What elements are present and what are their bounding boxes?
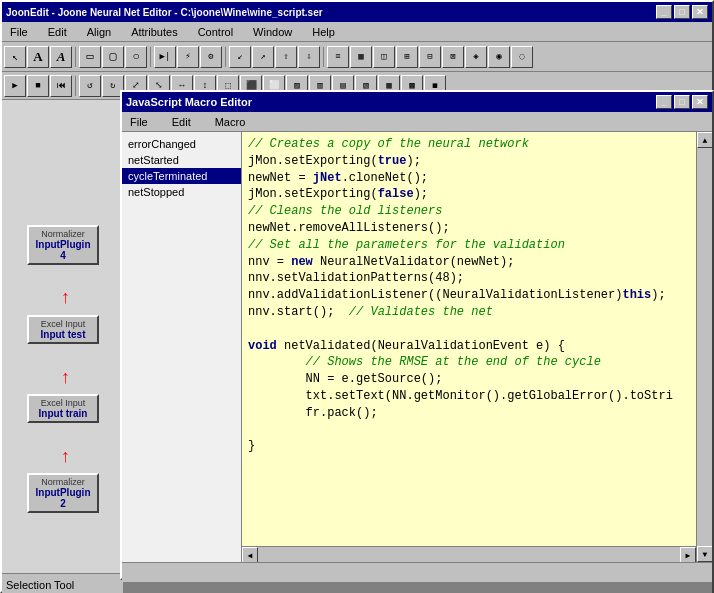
outer-close-button[interactable]: ✕ xyxy=(692,5,708,19)
outer-menu-bar: File Edit Align Attributes Control Windo… xyxy=(2,22,712,42)
code-hscrollbar[interactable]: ◀ ▶ xyxy=(242,546,696,562)
macro-minimize-button[interactable]: _ xyxy=(656,95,672,109)
macro-title-bar: JavaScript Macro Editor _ □ ✕ xyxy=(122,92,712,112)
scroll-up-btn[interactable]: ▲ xyxy=(697,132,712,148)
tool8[interactable]: ⇧ xyxy=(275,46,297,68)
main-toolbar: ↖ A A ▭ ▢ ○ ▶| ⚡ ⚙ ↙ ↗ ⇧ ⇩ ≡ ▦ ◫ ⊞ ⊟ ⊠ ◈… xyxy=(2,42,712,72)
outer-minimize-button[interactable]: _ xyxy=(656,5,672,19)
tool17[interactable]: ◉ xyxy=(488,46,510,68)
event-sidebar[interactable]: errorChanged netStarted cycleTerminated … xyxy=(122,132,242,562)
macro-status-bar xyxy=(122,562,712,582)
scroll-down-btn[interactable]: ▼ xyxy=(697,546,712,562)
macro-maximize-button[interactable]: □ xyxy=(674,95,690,109)
tool4[interactable]: ⚡ xyxy=(177,46,199,68)
select-tool-btn[interactable]: ↖ xyxy=(4,46,26,68)
event-cycleTerminated[interactable]: cycleTerminated xyxy=(122,168,241,184)
menu-align[interactable]: Align xyxy=(83,25,115,39)
scroll-left-btn[interactable]: ◀ xyxy=(242,547,258,562)
node2-title: Excel Input xyxy=(33,319,93,329)
menu-help[interactable]: Help xyxy=(308,25,339,39)
tool12[interactable]: ◫ xyxy=(373,46,395,68)
outer-title-bar: JoonEdit - Joone Neural Net Editor - C:\… xyxy=(2,2,712,22)
text2-btn[interactable]: A xyxy=(50,46,72,68)
tool13[interactable]: ⊞ xyxy=(396,46,418,68)
tool-misc2[interactable]: ↺ xyxy=(79,75,101,97)
node-normalizer-2[interactable]: Normalizer InputPlugin 2 xyxy=(27,473,99,513)
tool18[interactable]: ◌ xyxy=(511,46,533,68)
macro-window-controls: _ □ ✕ xyxy=(656,95,708,109)
text-btn[interactable]: A xyxy=(27,46,49,68)
code-vscrollbar[interactable]: ▲ ▼ xyxy=(696,132,712,562)
macro-body: errorChanged netStarted cycleTerminated … xyxy=(122,132,712,562)
menu-edit[interactable]: Edit xyxy=(44,25,71,39)
toolbar-sep3 xyxy=(225,47,226,67)
tool9[interactable]: ⇩ xyxy=(298,46,320,68)
tool-stop[interactable]: ■ xyxy=(27,75,49,97)
node1-title: Normalizer xyxy=(33,229,93,239)
tool14[interactable]: ⊟ xyxy=(419,46,441,68)
macro-menu-macro[interactable]: Macro xyxy=(211,115,250,129)
macro-editor-title: JavaScript Macro Editor xyxy=(126,96,252,108)
menu-attributes[interactable]: Attributes xyxy=(127,25,181,39)
code-content: // Creates a copy of the neural network … xyxy=(242,132,712,459)
node-excel-input-1[interactable]: Excel Input Input test xyxy=(27,315,99,344)
arrow-1: ↑ xyxy=(60,288,71,308)
node4-title: Normalizer xyxy=(33,477,93,487)
node3-title: Excel Input xyxy=(33,398,93,408)
toolbar-sep4 xyxy=(323,47,324,67)
code-area[interactable]: // Creates a copy of the neural network … xyxy=(242,132,712,562)
node4-label: InputPlugin 2 xyxy=(33,487,93,509)
canvas-area[interactable]: Normalizer InputPlugin 4 ↑ Excel Input I… xyxy=(2,100,123,593)
tool15[interactable]: ⊠ xyxy=(442,46,464,68)
macro-menu-file[interactable]: File xyxy=(126,115,152,129)
tool16[interactable]: ◈ xyxy=(465,46,487,68)
tool-run[interactable]: ▶ xyxy=(4,75,26,97)
node1-label: InputPlugin 4 xyxy=(33,239,93,261)
rect-btn[interactable]: ▭ xyxy=(79,46,101,68)
left-panel: Normalizer InputPlugin 4 ↑ Excel Input I… xyxy=(2,100,124,593)
arrow-3: ↑ xyxy=(60,447,71,467)
node3-label: Input train xyxy=(33,408,93,419)
toolbar-sep2 xyxy=(150,47,151,67)
macro-editor-window: JavaScript Macro Editor _ □ ✕ File Edit … xyxy=(120,90,714,580)
scroll-right-btn[interactable]: ▶ xyxy=(680,547,696,562)
node-excel-input-2[interactable]: Excel Input Input train xyxy=(27,394,99,423)
tool-misc1[interactable]: ⏮ xyxy=(50,75,72,97)
tool10[interactable]: ≡ xyxy=(327,46,349,68)
rect2-btn[interactable]: ▢ xyxy=(102,46,124,68)
oval-btn[interactable]: ○ xyxy=(125,46,147,68)
outer-window-controls: _ □ ✕ xyxy=(656,5,708,19)
tool5[interactable]: ⚙ xyxy=(200,46,222,68)
node2-label: Input test xyxy=(33,329,93,340)
event-netStarted[interactable]: netStarted xyxy=(122,152,241,168)
menu-control[interactable]: Control xyxy=(194,25,237,39)
macro-menu-bar: File Edit Macro xyxy=(122,112,712,132)
tool7[interactable]: ↗ xyxy=(252,46,274,68)
tool6[interactable]: ↙ xyxy=(229,46,251,68)
tool11[interactable]: ▦ xyxy=(350,46,372,68)
menu-window[interactable]: Window xyxy=(249,25,296,39)
arrow-2: ↑ xyxy=(60,368,71,388)
outer-maximize-button[interactable]: □ xyxy=(674,5,690,19)
status-text: Selection Tool xyxy=(6,579,74,591)
status-bar: Selection Tool xyxy=(2,573,123,593)
macro-menu-edit[interactable]: Edit xyxy=(168,115,195,129)
tb2-sep1 xyxy=(75,76,76,96)
tool3[interactable]: ▶| xyxy=(154,46,176,68)
scroll-track-v[interactable] xyxy=(697,148,712,546)
node-normalizer-1[interactable]: Normalizer InputPlugin 4 xyxy=(27,225,99,265)
event-errorChanged[interactable]: errorChanged xyxy=(122,136,241,152)
outer-window-title: JoonEdit - Joone Neural Net Editor - C:\… xyxy=(6,7,323,18)
menu-file[interactable]: File xyxy=(6,25,32,39)
event-netStopped[interactable]: netStopped xyxy=(122,184,241,200)
macro-close-button[interactable]: ✕ xyxy=(692,95,708,109)
toolbar-sep1 xyxy=(75,47,76,67)
scroll-track-h[interactable] xyxy=(258,547,680,562)
